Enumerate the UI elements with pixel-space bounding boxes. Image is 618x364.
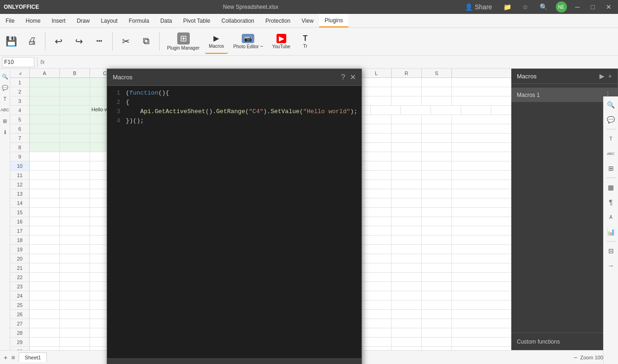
cell-S21[interactable] [422, 263, 452, 272]
cell-A15[interactable] [30, 208, 60, 217]
cell-L28[interactable] [361, 328, 392, 337]
cell-L10[interactable] [361, 161, 392, 170]
cell-R22[interactable] [392, 273, 422, 281]
col-header-s[interactable]: S [422, 69, 452, 77]
menu-data[interactable]: Data [154, 14, 177, 27]
row-header-23[interactable]: 23 [10, 282, 30, 291]
cell-B14[interactable] [60, 198, 90, 207]
cell-A8[interactable] [30, 143, 60, 152]
cell-R12[interactable] [392, 180, 422, 189]
right-paragraph-icon[interactable]: ¶ [605, 196, 618, 209]
cell-S19[interactable] [422, 245, 452, 254]
cell-L21[interactable] [361, 263, 392, 272]
row-header-26[interactable]: 26 [10, 310, 30, 319]
cell-L14[interactable] [361, 198, 392, 207]
cell-L15[interactable] [361, 208, 392, 217]
cell-K4[interactable] [371, 106, 401, 115]
macros-button[interactable]: ▶ Macros [205, 30, 228, 54]
left-format-icon[interactable]: T [1, 95, 9, 103]
row-header-4[interactable]: 4 [10, 106, 30, 115]
cell-S7[interactable] [422, 134, 452, 142]
col-header-b[interactable]: B [60, 69, 90, 77]
cell-R5[interactable] [392, 115, 422, 124]
menu-protection[interactable]: Protection [260, 14, 296, 27]
right-chart-icon[interactable]: 📊 [605, 225, 618, 238]
row-header-2[interactable]: 2 [10, 87, 30, 96]
cell-L6[interactable] [361, 124, 392, 133]
cut-button[interactable]: ✂ [116, 30, 135, 54]
cell-A6[interactable] [30, 124, 60, 133]
cell-A14[interactable] [30, 198, 60, 207]
row-header-24[interactable]: 24 [10, 291, 30, 300]
cell-L7[interactable] [361, 134, 392, 142]
cell-A7[interactable] [30, 134, 60, 142]
cell-A26[interactable] [30, 310, 60, 319]
cell-A10[interactable] [30, 161, 60, 170]
menu-draw[interactable]: Draw [71, 14, 95, 27]
cell-S29[interactable] [422, 338, 452, 346]
cell-R7[interactable] [392, 134, 422, 142]
cell-L11[interactable] [361, 171, 392, 179]
copy-button[interactable]: ⧉ [137, 30, 155, 54]
cell-B25[interactable] [60, 300, 90, 309]
cell-A17[interactable] [30, 226, 60, 235]
cell-R26[interactable] [392, 310, 422, 319]
search-button[interactable]: 🔍 [537, 2, 550, 12]
cell-S17[interactable] [422, 226, 452, 235]
cell-B22[interactable] [60, 273, 90, 281]
cell-A16[interactable] [30, 217, 60, 226]
minimize-button[interactable]: ─ [573, 2, 583, 12]
cell-S13[interactable] [422, 189, 452, 198]
add-location-button[interactable]: 📁 [501, 2, 514, 12]
right-abc-icon[interactable]: ABC [605, 147, 618, 160]
cell-B20[interactable] [60, 254, 90, 263]
row-header-5[interactable]: 5 [10, 115, 30, 124]
row-header-1[interactable]: 1 [10, 78, 30, 87]
youtube-button[interactable]: ▶ YouTube [269, 30, 294, 54]
print-toolbar-button[interactable]: 🖨 [23, 30, 41, 54]
cell-A19[interactable] [30, 245, 60, 254]
col-header-r[interactable]: R [392, 69, 422, 77]
row-header-18[interactable]: 18 [10, 236, 30, 244]
add-sheet-button[interactable]: + [4, 354, 7, 361]
cell-R30[interactable] [392, 347, 422, 350]
menu-formula[interactable]: Formula [123, 14, 154, 27]
cell-S30[interactable] [422, 347, 452, 350]
cell-S15[interactable] [422, 208, 452, 217]
cell-S1[interactable] [422, 78, 452, 87]
cell-B29[interactable] [60, 338, 90, 346]
cell-L23[interactable] [361, 282, 392, 291]
cell-A1[interactable] [30, 78, 60, 87]
more-options-button[interactable]: ••• [90, 30, 109, 54]
menu-insert[interactable]: Insert [46, 14, 71, 27]
cell-R10[interactable] [392, 161, 422, 170]
cell-B26[interactable] [60, 310, 90, 319]
cell-L17[interactable] [361, 226, 392, 235]
cell-A13[interactable] [30, 189, 60, 198]
cell-S23[interactable] [422, 282, 452, 291]
row-header-8[interactable]: 8 [10, 143, 30, 152]
cell-B9[interactable] [60, 152, 90, 161]
cell-S18[interactable] [422, 236, 452, 244]
cell-B30[interactable] [60, 347, 90, 350]
cell-S2[interactable] [422, 87, 452, 96]
cell-R6[interactable] [392, 124, 422, 133]
cell-L19[interactable] [361, 245, 392, 254]
share-button[interactable]: 👤 Share [462, 2, 495, 12]
cell-S8[interactable] [422, 143, 452, 152]
cell-reference-input[interactable] [2, 57, 34, 67]
cell-B2[interactable] [60, 87, 90, 96]
cell-B13[interactable] [60, 189, 90, 198]
cell-L3[interactable] [361, 96, 392, 105]
cell-L18[interactable] [361, 236, 392, 244]
cell-R4[interactable] [431, 106, 461, 115]
cell-A22[interactable] [30, 273, 60, 281]
menu-view[interactable]: View [296, 14, 319, 27]
left-info-icon[interactable]: ℹ [1, 128, 9, 136]
cell-L26[interactable] [361, 310, 392, 319]
menu-plugins[interactable]: Plugins [319, 14, 348, 27]
cell-B5[interactable] [60, 115, 90, 124]
row-header-7[interactable]: 7 [10, 134, 30, 142]
cell-B11[interactable] [60, 171, 90, 179]
zoom-out-button[interactable]: − [573, 354, 577, 361]
